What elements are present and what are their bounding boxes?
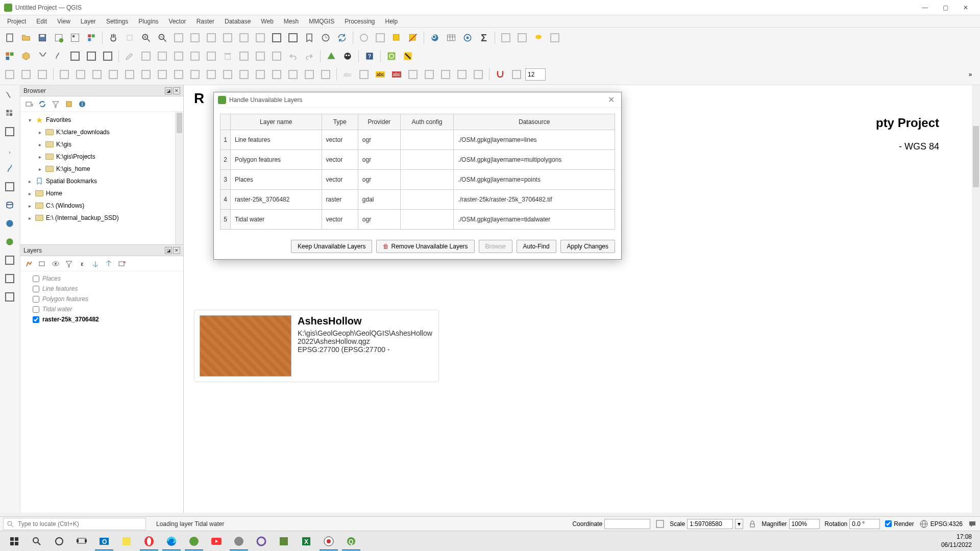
map-tips-button[interactable]: [531, 30, 546, 45]
menu-vector[interactable]: Vector: [164, 18, 191, 25]
layer-checkbox[interactable]: [33, 296, 39, 303]
browser-tree[interactable]: ▾★Favorites ▸K:\clare_downloads ▸K:\gis …: [20, 112, 183, 244]
dialog-close-button[interactable]: ✕: [605, 94, 617, 106]
data-source-manager-button[interactable]: [2, 48, 17, 64]
col-provider[interactable]: Provider: [358, 114, 400, 130]
digitize-15-button[interactable]: [236, 67, 252, 82]
add-feature-button[interactable]: [155, 48, 170, 64]
browser-add-button[interactable]: +: [23, 98, 35, 110]
layer-item[interactable]: Line features: [22, 284, 181, 294]
browser-item-bookmarks[interactable]: ▸Spatial Bookmarks: [20, 175, 183, 187]
new-print-layout-button[interactable]: [51, 30, 66, 45]
autofind-button[interactable]: Auto-Find: [517, 240, 556, 253]
zoom-next-button[interactable]: [253, 30, 268, 45]
add-delimited-button[interactable]: ,: [1, 141, 18, 159]
layer-checkbox[interactable]: [33, 306, 39, 313]
cell-datasource[interactable]: ./OSM.gpkg|layername=lines: [454, 130, 615, 150]
outlook-icon[interactable]: O: [93, 532, 115, 550]
maximize-button[interactable]: ▢: [935, 1, 955, 15]
paste-button[interactable]: [269, 48, 284, 64]
select-button[interactable]: [389, 30, 404, 45]
locator-input[interactable]: [3, 518, 146, 530]
new-bookmark-button[interactable]: [302, 30, 317, 45]
app-3-icon[interactable]: [273, 532, 295, 550]
move-feature-button[interactable]: [171, 48, 186, 64]
cell-layer-name[interactable]: Polygon features: [231, 150, 322, 170]
save-edits-button[interactable]: [138, 48, 154, 64]
zoom-last-button[interactable]: [236, 30, 252, 45]
layers-collapse-button[interactable]: [103, 258, 114, 269]
redo-button[interactable]: [302, 48, 317, 64]
digitize-4-button[interactable]: [57, 67, 72, 82]
toolbar-overflow-button[interactable]: »: [963, 67, 978, 82]
digitize-8-button[interactable]: [122, 67, 137, 82]
digitize-13-button[interactable]: [204, 67, 219, 82]
scale-dropdown[interactable]: ▾: [735, 519, 743, 529]
edge-icon[interactable]: [160, 532, 183, 550]
locator-field[interactable]: [16, 519, 142, 529]
cell-provider[interactable]: ogr: [358, 170, 400, 190]
cell-provider[interactable]: ogr: [358, 150, 400, 170]
snap-tolerance-input[interactable]: 12: [525, 68, 546, 81]
browse-button[interactable]: Browse: [479, 240, 512, 253]
cut-button[interactable]: [236, 48, 252, 64]
new-virtual-button[interactable]: [67, 48, 83, 64]
refresh-button[interactable]: [334, 30, 350, 45]
browser-item-home[interactable]: ▸Home: [20, 187, 183, 199]
zoom-layer-button[interactable]: [204, 30, 219, 45]
cell-type[interactable]: vector: [322, 210, 358, 230]
label-4-button[interactable]: abc: [389, 67, 404, 82]
digitize-12-button[interactable]: [187, 67, 203, 82]
browser-item[interactable]: ▸C:\ (Windows): [20, 199, 183, 212]
app-4-icon[interactable]: [317, 532, 340, 550]
minimize-button[interactable]: —: [915, 1, 935, 15]
menu-layer[interactable]: Layer: [76, 18, 101, 25]
layer-item[interactable]: Tidal water: [22, 304, 181, 314]
youtube-icon[interactable]: [205, 532, 228, 550]
add-spatialite-button[interactable]: [1, 160, 18, 177]
app-2-icon[interactable]: [250, 532, 273, 550]
browser-undock-button[interactable]: ◪: [165, 87, 172, 94]
new-project-button[interactable]: [2, 30, 17, 45]
help-button[interactable]: ?: [362, 48, 377, 64]
menu-mmqgis[interactable]: MMQGIS: [304, 18, 339, 25]
digitize-11-button[interactable]: [171, 67, 186, 82]
digitize-20-button[interactable]: [318, 67, 333, 82]
pan-button[interactable]: [106, 30, 121, 45]
field-calc-button[interactable]: [460, 30, 475, 45]
cell-layer-name[interactable]: raster-25k_3706482: [231, 190, 322, 210]
extents-icon[interactable]: [655, 519, 665, 529]
new-memory-button[interactable]: [84, 48, 99, 64]
cell-type[interactable]: vector: [322, 150, 358, 170]
layer-checkbox[interactable]: [33, 316, 39, 323]
plugin-b-button[interactable]: [340, 48, 355, 64]
add-vector-button[interactable]: [1, 86, 18, 104]
browser-scrollbar[interactable]: [175, 112, 183, 244]
col-type[interactable]: Type: [322, 114, 358, 130]
browser-refresh-button[interactable]: [37, 98, 48, 110]
label-5-button[interactable]: [405, 67, 421, 82]
style-manager-button[interactable]: [84, 30, 99, 45]
cell-provider[interactable]: ogr: [358, 210, 400, 230]
deselect-button[interactable]: [405, 30, 421, 45]
cell-auth[interactable]: [400, 150, 454, 170]
magnifier-input[interactable]: [789, 519, 820, 529]
add-wfs-button[interactable]: [1, 270, 18, 287]
identify-button[interactable]: [356, 30, 372, 45]
snap-config-button[interactable]: [509, 67, 524, 82]
modify-attrs-button[interactable]: [204, 48, 219, 64]
cell-auth[interactable]: [400, 210, 454, 230]
scale-input[interactable]: [687, 519, 733, 529]
new-map-view-button[interactable]: [269, 30, 284, 45]
add-wcs-button[interactable]: [1, 233, 18, 251]
label-9-button[interactable]: [471, 67, 486, 82]
browser-item[interactable]: ▸K:\clare_downloads: [20, 126, 183, 138]
layers-remove-button[interactable]: [116, 258, 128, 269]
cell-layer-name[interactable]: Line features: [231, 130, 322, 150]
attribute-table-button[interactable]: [444, 30, 459, 45]
cell-provider[interactable]: gdal: [358, 190, 400, 210]
taskbar-clock[interactable]: 17:08 06/11/2022: [941, 533, 977, 549]
add-postgis-button[interactable]: [1, 196, 18, 214]
taskview-button[interactable]: [70, 532, 93, 550]
cell-datasource[interactable]: ./raster-25k/raster-25k_3706482.tif: [454, 190, 615, 210]
